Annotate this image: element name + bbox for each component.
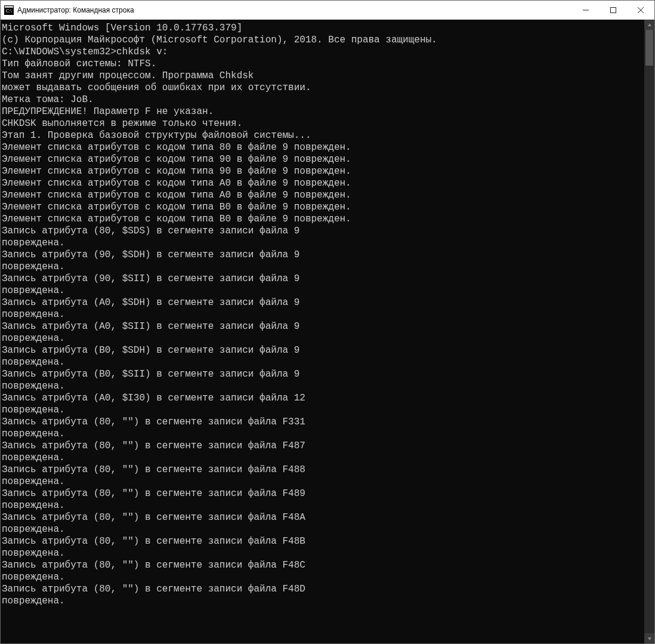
terminal-line: повреждена.: [2, 237, 644, 249]
terminal-line: Запись атрибута (80, "") в сегменте запи…: [2, 416, 644, 428]
terminal-line: ПРЕДУПРЕЖДЕНИЕ! Параметр F не указан.: [2, 106, 644, 118]
scrollbar-down-arrow-icon[interactable]: [644, 633, 654, 643]
terminal-line: Запись атрибута (80, "") в сегменте запи…: [2, 559, 644, 571]
terminal-line: повреждена.: [2, 571, 644, 583]
cmd-icon: C:\: [4, 5, 14, 15]
titlebar[interactable]: C:\ Администратор: Командная строка: [1, 1, 654, 20]
terminal-line: Элемент списка атрибутов с кодом типа B0…: [2, 213, 644, 225]
scrollbar-up-arrow-icon[interactable]: [644, 20, 654, 30]
terminal-line: Запись атрибута (A0, $SDH) в сегменте за…: [2, 297, 644, 309]
terminal-line: повреждена.: [2, 285, 644, 297]
terminal-line: Метка тома: JoB.: [2, 94, 644, 106]
terminal-line: Запись атрибута (A0, $SII) в сегменте за…: [2, 321, 644, 332]
terminal-line: Элемент списка атрибутов с кодом типа A0…: [2, 189, 644, 201]
terminal-line: Элемент списка атрибутов с кодом типа 80…: [2, 141, 644, 153]
terminal-line: Этап 1. Проверка базовой структуры файло…: [2, 130, 644, 141]
minimize-button[interactable]: [572, 1, 600, 19]
terminal-line: Запись атрибута (80, $SDS) в сегменте за…: [2, 225, 644, 237]
terminal-line: повреждена.: [2, 404, 644, 416]
vertical-scrollbar[interactable]: [644, 20, 654, 643]
terminal-line: может выдавать сообщения об ошибках при …: [2, 82, 644, 94]
svg-text:C:\: C:\: [6, 8, 13, 14]
terminal-line: (c) Корпорация Майкрософт (Microsoft Cor…: [2, 34, 644, 46]
terminal-line: повреждена.: [2, 452, 644, 464]
terminal-line: Том занят другим процессом. Программа Ch…: [2, 70, 644, 82]
terminal-line: повреждена.: [2, 309, 644, 321]
terminal-line: Microsoft Windows [Version 10.0.17763.37…: [2, 22, 644, 34]
terminal-line: Запись атрибута (80, "") в сегменте запи…: [2, 488, 644, 500]
terminal-line: повреждена.: [2, 547, 644, 559]
terminal-line: Элемент списка атрибутов с кодом типа A0…: [2, 177, 644, 189]
terminal-line: Тип файловой системы: NTFS.: [2, 58, 644, 70]
terminal-line: повреждена.: [2, 595, 644, 607]
terminal-output[interactable]: Microsoft Windows [Version 10.0.17763.37…: [1, 20, 644, 643]
window-title: Администратор: Командная строка: [17, 6, 572, 14]
svg-rect-3: [611, 7, 616, 13]
terminal-line: Запись атрибута (90, $SII) в сегменте за…: [2, 273, 644, 285]
terminal-line: повреждена.: [2, 523, 644, 535]
terminal-line: Элемент списка атрибутов с кодом типа 90…: [2, 153, 644, 165]
terminal-line: Элемент списка атрибутов с кодом типа B0…: [2, 201, 644, 213]
terminal-line: CHKDSK выполняется в режиме только чтени…: [2, 118, 644, 130]
terminal-line: C:\WINDOWS\system32>chkdsk v:: [2, 46, 644, 58]
terminal-line: повреждена.: [2, 332, 644, 344]
svg-rect-1: [5, 6, 13, 8]
terminal-line: повреждена.: [2, 261, 644, 273]
terminal-line: Запись атрибута (B0, $SDH) в сегменте за…: [2, 344, 644, 356]
close-button[interactable]: [627, 1, 654, 19]
terminal-area: Microsoft Windows [Version 10.0.17763.37…: [1, 20, 654, 643]
terminal-line: Запись атрибута (80, "") в сегменте запи…: [2, 535, 644, 547]
terminal-line: Запись атрибута (A0, $I30) в сегменте за…: [2, 392, 644, 404]
window-controls: [572, 1, 654, 19]
terminal-line: Элемент списка атрибутов с кодом типа 90…: [2, 165, 644, 177]
terminal-line: Запись атрибута (80, "") в сегменте запи…: [2, 440, 644, 452]
terminal-line: повреждена.: [2, 476, 644, 488]
terminal-line: повреждена.: [2, 356, 644, 368]
terminal-line: Запись атрибута (80, "") в сегменте запи…: [2, 464, 644, 476]
terminal-line: Запись атрибута (80, "") в сегменте запи…: [2, 511, 644, 523]
cmd-window: C:\ Администратор: Командная строка Micr…: [0, 0, 655, 644]
terminal-line: Запись атрибута (90, $SDH) в сегменте за…: [2, 249, 644, 261]
terminal-line: повреждена.: [2, 428, 644, 440]
terminal-line: повреждена.: [2, 500, 644, 511]
terminal-line: Запись атрибута (B0, $SII) в сегменте за…: [2, 368, 644, 380]
terminal-line: повреждена.: [2, 380, 644, 392]
scrollbar-thumb[interactable]: [645, 30, 653, 66]
maximize-button[interactable]: [600, 1, 627, 19]
terminal-line: Запись атрибута (80, "") в сегменте запи…: [2, 583, 644, 595]
